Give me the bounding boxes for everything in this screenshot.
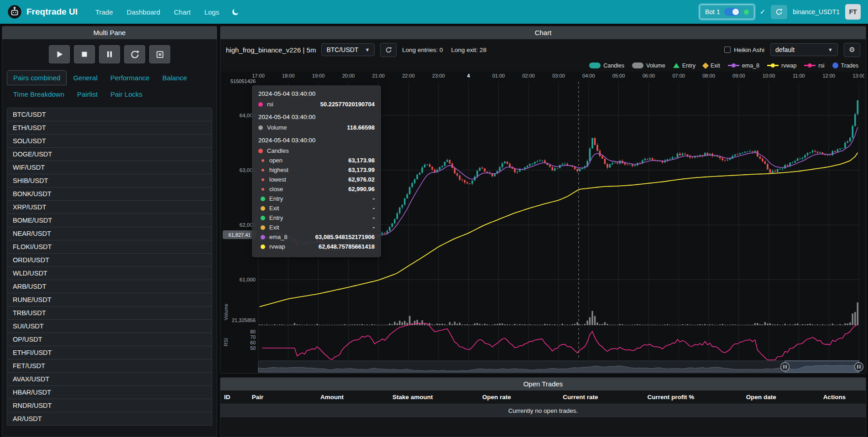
legend-item-volume[interactable]: Volume <box>632 62 665 69</box>
pair-list-item[interactable]: BONK/USDT <box>7 187 212 201</box>
series-dot-icon <box>261 225 265 230</box>
tooltip-label: close <box>269 186 283 192</box>
col-current-profit-: Current profit % <box>622 390 719 404</box>
pair-list-item[interactable]: DOGE/USDT <box>7 147 212 161</box>
exit-swatch-icon <box>702 62 709 68</box>
tab-pairlist[interactable]: Pairlist <box>71 87 104 102</box>
plot-config-select[interactable]: default ▼ <box>770 43 838 56</box>
pair-list-item[interactable]: SUI/USDT <box>7 319 212 333</box>
svg-text:01:00: 01:00 <box>492 73 505 78</box>
pair-list-item[interactable]: AVAX/USDT <box>7 372 212 386</box>
pair-list-item[interactable]: ORDI/USDT <box>7 253 212 267</box>
chart-panel: Chart high_frog_binance_v226 | 5m BTC/US… <box>220 26 866 374</box>
legend-item-rsi[interactable]: rsi <box>804 62 824 69</box>
svg-text:09:00: 09:00 <box>732 73 745 78</box>
pair-list-item[interactable]: WIF/USDT <box>7 161 212 174</box>
tab-balance[interactable]: Balance <box>156 70 193 85</box>
tab-performance[interactable]: Performance <box>104 70 156 85</box>
swatch-dot <box>732 63 736 68</box>
pair-list-item[interactable]: SHIB/USDT <box>7 174 212 187</box>
pair-list-item[interactable]: FET/USDT <box>7 359 212 373</box>
legend-item-trades[interactable]: Trades <box>832 62 858 69</box>
stop-buy-button[interactable] <box>149 45 170 63</box>
chart-panel-header: Chart <box>220 26 866 39</box>
tab-general[interactable]: General <box>67 70 104 85</box>
tooltip-value: 62,648.75785661418 <box>319 243 375 250</box>
pair-list-item[interactable]: BOME/USDT <box>7 213 212 227</box>
tooltip-label: ema_8 <box>269 234 288 240</box>
legend-item-entry[interactable]: Entry <box>673 62 695 69</box>
nav-link-logs[interactable]: Logs <box>199 5 225 19</box>
tooltip-section: 2024-05-04 03:40:00rsi50.22577020190704 <box>258 90 375 108</box>
reload-icon <box>130 50 140 59</box>
bot-selector[interactable]: Bot 1 <box>700 5 754 19</box>
pair-list-item[interactable]: NEAR/USDT <box>7 227 212 240</box>
start-bot-button[interactable] <box>49 45 70 63</box>
global-refresh-button[interactable] <box>771 5 787 19</box>
brand-title: Freqtrade UI <box>26 7 78 17</box>
stop-bot-button[interactable] <box>74 45 95 63</box>
tooltip-label: rvwap <box>269 243 285 250</box>
legend-label: Volume <box>646 62 665 69</box>
legend-label: ema_8 <box>742 62 759 69</box>
legend-item-exit[interactable]: Exit <box>703 62 720 69</box>
pair-list-item[interactable]: RNDR/USDT <box>7 399 212 412</box>
tooltip-row: Candles <box>258 147 375 155</box>
datazoom-handle-right[interactable] <box>855 363 863 371</box>
pair-select[interactable]: BTC/USDT ▼ <box>321 43 375 56</box>
pair-list-item[interactable]: BTC/USDT <box>7 108 212 121</box>
bot-toggle[interactable] <box>724 8 740 16</box>
tooltip-section: 2024-05-04 03:40:00Volume118.66598 <box>258 114 375 131</box>
tooltip-row: Exit- <box>258 204 375 212</box>
reload-config-button[interactable] <box>124 45 145 63</box>
pair-list-item[interactable]: HBAR/USDT <box>7 385 212 399</box>
heikin-ashi-checkbox[interactable] <box>724 47 731 53</box>
svg-text:21,325856: 21,325856 <box>232 317 256 323</box>
pair-list-item[interactable]: ETHFI/USDT <box>7 346 212 359</box>
tooltip-row: Exit- <box>258 224 375 231</box>
pair-list-item[interactable]: ARB/USDT <box>7 280 212 293</box>
pair-list-item[interactable]: ETH/USDT <box>7 121 212 135</box>
tooltip-row: open63,173.98 <box>258 156 375 164</box>
legend-item-ema_8[interactable]: ema_8 <box>728 62 759 69</box>
pair-list-item[interactable]: RUNE/USDT <box>7 293 212 307</box>
user-avatar[interactable]: FT <box>845 4 861 20</box>
long-exit-stat: Long exit: 28 <box>451 47 486 53</box>
rsi-line <box>262 323 858 360</box>
legend-label: rsi <box>818 62 824 69</box>
plot-settings-button[interactable]: ⚙ <box>844 43 860 57</box>
tab-pair-locks[interactable]: Pair Locks <box>104 87 149 102</box>
legend-item-rvwap[interactable]: rvwap <box>767 62 796 69</box>
tab-time-breakdown[interactable]: Time Breakdown <box>7 87 71 102</box>
tooltip-value: 118.66598 <box>347 124 375 131</box>
tooltip-value: 63,173.99 <box>348 166 375 173</box>
legend-item-candles[interactable]: Candles <box>589 62 624 69</box>
pair-list-item[interactable]: FLOKI/USDT <box>7 240 212 254</box>
check-icon: ✓ <box>760 8 766 16</box>
pair-list-item[interactable]: SOL/USDT <box>7 134 212 148</box>
tooltip-label: Exit <box>269 224 279 231</box>
tab-pairs-combined[interactable]: Pairs combined <box>7 70 67 85</box>
pair-list-item[interactable]: AR/USDT <box>7 412 212 426</box>
nav-link-dashboard[interactable]: Dashboard <box>121 5 166 19</box>
pause-bot-button[interactable] <box>99 45 120 63</box>
svg-text:13:00: 13:00 <box>852 73 864 78</box>
datazoom-window[interactable] <box>785 361 859 373</box>
svg-text:11:00: 11:00 <box>793 73 805 78</box>
pair-list-item[interactable]: TRB/USDT <box>7 306 212 320</box>
heikin-ashi-toggle[interactable]: Heikin Ashi <box>724 47 764 53</box>
refresh-icon <box>385 47 392 53</box>
swatch-dot <box>808 63 812 68</box>
pair-list-item[interactable]: XRP/USDT <box>7 200 212 214</box>
nav-link-chart[interactable]: Chart <box>168 5 197 19</box>
pair-list-item[interactable]: OP/USDT <box>7 333 212 346</box>
series-dot-icon <box>261 188 264 191</box>
chart-refresh-button[interactable] <box>380 43 397 57</box>
brand: Freqtrade UI <box>7 5 78 19</box>
nav-link-trade[interactable]: Trade <box>89 5 119 19</box>
datazoom-slider[interactable] <box>258 361 863 373</box>
datazoom-handle-left[interactable] <box>781 363 790 371</box>
pair-list-item[interactable]: WLD/USDT <box>7 266 212 280</box>
empty-trades-message: Currently no open trades. <box>220 404 866 418</box>
theme-toggle-button[interactable] <box>227 5 244 19</box>
